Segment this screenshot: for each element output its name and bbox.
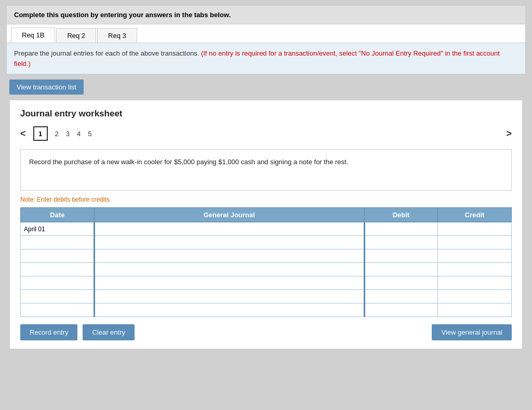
nav-step-5[interactable]: 5 xyxy=(88,130,91,138)
col-header-debit: Debit xyxy=(364,208,438,222)
instruction-text: Complete this question by entering your … xyxy=(14,11,231,19)
instruction-bar: Complete this question by entering your … xyxy=(6,5,526,24)
col-header-date: Date xyxy=(21,208,95,222)
col-header-credit: Credit xyxy=(438,208,512,222)
table-row-debit-1[interactable] xyxy=(364,236,438,249)
table-row-debit-4[interactable] xyxy=(364,276,438,290)
table-row-date-2 xyxy=(21,249,95,263)
nav-left-arrow[interactable]: < xyxy=(20,128,26,139)
table-row-debit-2[interactable] xyxy=(364,249,438,263)
table-row-gj-1[interactable] xyxy=(94,236,364,249)
clear-entry-button[interactable]: Clear entry xyxy=(83,324,135,340)
nav-step-1[interactable]: 1 xyxy=(33,126,48,141)
gj-input-2[interactable] xyxy=(95,249,364,262)
nav-right-arrow[interactable]: > xyxy=(506,128,512,139)
table-row-gj-3[interactable] xyxy=(94,263,364,276)
table-row-debit-6[interactable] xyxy=(364,303,438,317)
col-header-gj: General Journal xyxy=(94,208,364,222)
view-transaction-button[interactable]: View transaction list xyxy=(9,80,84,95)
table-row-date-4 xyxy=(21,276,95,290)
table-row-gj-4[interactable] xyxy=(94,276,364,290)
debit-input-1[interactable] xyxy=(365,236,438,249)
gj-input-0[interactable] xyxy=(95,222,364,235)
table-row-debit-0[interactable] xyxy=(364,222,438,236)
gj-input-4[interactable] xyxy=(95,276,364,289)
credit-input-5[interactable] xyxy=(438,290,511,303)
tabs-bar: Req 1B Req 2 Req 3 xyxy=(6,24,526,43)
table-row-credit-0[interactable] xyxy=(438,222,512,236)
credit-input-2[interactable] xyxy=(438,249,511,262)
table-row-date-6 xyxy=(21,303,95,317)
credit-input-4[interactable] xyxy=(438,276,511,289)
table-row-credit-2[interactable] xyxy=(438,249,512,263)
table-row-credit-3[interactable] xyxy=(438,263,512,276)
credit-input-0[interactable] xyxy=(438,222,511,235)
table-row-gj-0[interactable] xyxy=(94,222,364,236)
nav-step-2[interactable]: 2 xyxy=(55,130,59,138)
debit-input-2[interactable] xyxy=(365,249,438,262)
table-row-credit-6[interactable] xyxy=(438,303,512,317)
worksheet-container: Journal entry worksheet < 1 2 3 4 5 > Re… xyxy=(9,100,523,349)
debit-input-5[interactable] xyxy=(365,290,438,303)
table-row-debit-5[interactable] xyxy=(364,290,438,303)
credit-input-1[interactable] xyxy=(438,236,511,249)
table-row-date-5 xyxy=(21,290,95,303)
table-row-credit-5[interactable] xyxy=(438,290,512,303)
table-row-date-0: April 01 xyxy=(21,222,95,236)
tab-req1b[interactable]: Req 1B xyxy=(11,28,55,43)
debit-input-4[interactable] xyxy=(365,276,438,289)
debit-input-0[interactable] xyxy=(365,222,438,235)
gj-input-5[interactable] xyxy=(95,290,364,303)
table-row-gj-6[interactable] xyxy=(94,303,364,317)
record-entry-button[interactable]: Record entry xyxy=(20,324,77,340)
table-row-credit-4[interactable] xyxy=(438,276,512,290)
view-btn-bar: View transaction list xyxy=(6,74,526,100)
info-main-text: Prepare the journal entries for each of … xyxy=(14,49,199,57)
credit-input-3[interactable] xyxy=(438,263,511,276)
worksheet-title: Journal entry worksheet xyxy=(20,109,512,119)
debit-input-3[interactable] xyxy=(365,263,438,276)
debit-input-6[interactable] xyxy=(365,303,438,316)
description-box: Record the purchase of a new walk-in coo… xyxy=(20,149,512,191)
nav-step-4[interactable]: 4 xyxy=(77,130,81,138)
journal-table: Date General Journal Debit Credit April … xyxy=(20,207,512,317)
credit-input-6[interactable] xyxy=(438,303,511,316)
table-row-date-1 xyxy=(21,236,95,249)
action-buttons-row: Record entry Clear entry View general jo… xyxy=(20,324,512,340)
table-row-gj-2[interactable] xyxy=(94,249,364,263)
gj-input-1[interactable] xyxy=(95,236,364,249)
tab-req2[interactable]: Req 2 xyxy=(56,28,96,43)
info-box: Prepare the journal entries for each of … xyxy=(6,43,526,74)
description-text: Record the purchase of a new walk-in coo… xyxy=(29,158,348,166)
tab-req3[interactable]: Req 3 xyxy=(97,28,137,43)
note-text: Note: Enter debits before credits. xyxy=(20,196,512,203)
nav-step-3[interactable]: 3 xyxy=(66,130,70,138)
table-row-debit-3[interactable] xyxy=(364,263,438,276)
table-row-gj-5[interactable] xyxy=(94,290,364,303)
table-row-date-3 xyxy=(21,263,95,276)
gj-input-6[interactable] xyxy=(95,303,364,316)
gj-input-3[interactable] xyxy=(95,263,364,276)
view-general-journal-button[interactable]: View general journal xyxy=(432,324,512,340)
table-row-credit-1[interactable] xyxy=(438,236,512,249)
nav-row: < 1 2 3 4 5 > xyxy=(20,126,512,141)
